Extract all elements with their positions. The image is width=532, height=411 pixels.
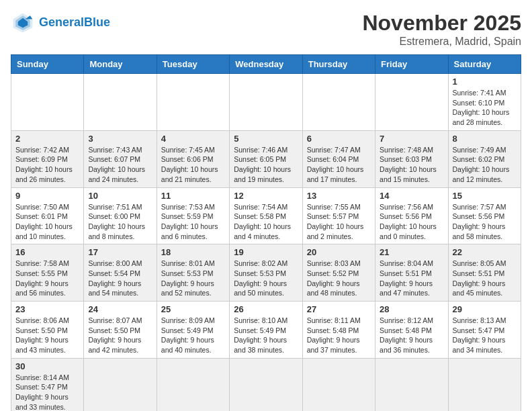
calendar-cell (302, 358, 375, 411)
calendar-week-row: 30Sunrise: 8:14 AM Sunset: 5:47 PM Dayli… (11, 358, 521, 411)
calendar-cell: 5Sunrise: 7:46 AM Sunset: 6:05 PM Daylig… (230, 130, 302, 187)
calendar-cell: 6Sunrise: 7:47 AM Sunset: 6:04 PM Daylig… (302, 130, 375, 187)
day-number: 18 (161, 247, 225, 257)
calendar-week-row: 2Sunrise: 7:42 AM Sunset: 6:09 PM Daylig… (11, 130, 521, 187)
logo-text: GeneralBlue (39, 16, 110, 30)
day-info: Sunrise: 7:51 AM Sunset: 6:00 PM Dayligh… (88, 202, 152, 242)
logo-icon (11, 11, 35, 35)
calendar-table: SundayMondayTuesdayWednesdayThursdayFrid… (11, 54, 521, 411)
day-number: 4 (161, 134, 225, 144)
day-number: 26 (234, 304, 298, 314)
calendar-cell (11, 74, 84, 131)
calendar-cell (84, 74, 157, 131)
calendar-cell (375, 74, 448, 131)
day-number: 7 (380, 134, 443, 144)
logo: GeneralBlue (11, 11, 110, 35)
calendar-cell: 8Sunrise: 7:49 AM Sunset: 6:02 PM Daylig… (448, 130, 521, 187)
day-number: 9 (15, 191, 79, 201)
day-number: 21 (380, 247, 443, 257)
calendar-cell: 20Sunrise: 8:03 AM Sunset: 5:52 PM Dayli… (302, 244, 375, 302)
calendar-cell: 26Sunrise: 8:10 AM Sunset: 5:49 PM Dayli… (230, 302, 302, 359)
day-info: Sunrise: 7:57 AM Sunset: 5:56 PM Dayligh… (453, 202, 517, 242)
day-info: Sunrise: 8:07 AM Sunset: 5:50 PM Dayligh… (88, 316, 152, 355)
calendar-cell: 13Sunrise: 7:55 AM Sunset: 5:57 PM Dayli… (302, 187, 375, 244)
weekday-header-sunday: Sunday (11, 55, 84, 74)
day-info: Sunrise: 7:43 AM Sunset: 6:07 PM Dayligh… (88, 145, 152, 185)
day-info: Sunrise: 8:06 AM Sunset: 5:50 PM Dayligh… (15, 316, 79, 355)
day-number: 29 (453, 304, 517, 314)
calendar-cell: 27Sunrise: 8:11 AM Sunset: 5:48 PM Dayli… (302, 302, 375, 359)
calendar-cell: 1Sunrise: 7:41 AM Sunset: 6:10 PM Daylig… (448, 74, 521, 131)
day-info: Sunrise: 7:47 AM Sunset: 6:04 PM Dayligh… (307, 145, 371, 185)
day-number: 1 (453, 77, 517, 87)
day-number: 11 (161, 191, 225, 201)
day-number: 24 (88, 304, 152, 314)
calendar-cell: 3Sunrise: 7:43 AM Sunset: 6:07 PM Daylig… (84, 130, 157, 187)
calendar-cell: 14Sunrise: 7:56 AM Sunset: 5:56 PM Dayli… (375, 187, 448, 244)
calendar-cell: 19Sunrise: 8:02 AM Sunset: 5:53 PM Dayli… (230, 244, 302, 302)
calendar-cell (375, 358, 448, 411)
day-number: 30 (15, 361, 79, 371)
calendar-cell: 9Sunrise: 7:50 AM Sunset: 6:01 PM Daylig… (11, 187, 84, 244)
calendar-week-row: 16Sunrise: 7:58 AM Sunset: 5:55 PM Dayli… (11, 244, 521, 302)
day-info: Sunrise: 8:12 AM Sunset: 5:48 PM Dayligh… (380, 316, 443, 355)
day-number: 22 (453, 247, 517, 257)
calendar-cell: 11Sunrise: 7:53 AM Sunset: 5:59 PM Dayli… (157, 187, 229, 244)
calendar-cell: 10Sunrise: 7:51 AM Sunset: 6:00 PM Dayli… (84, 187, 157, 244)
calendar-cell: 12Sunrise: 7:54 AM Sunset: 5:58 PM Dayli… (230, 187, 302, 244)
day-number: 27 (307, 304, 371, 314)
day-info: Sunrise: 8:14 AM Sunset: 5:47 PM Dayligh… (15, 373, 79, 411)
calendar-header-row: SundayMondayTuesdayWednesdayThursdayFrid… (11, 55, 521, 74)
weekday-header-tuesday: Tuesday (157, 55, 229, 74)
calendar-cell (84, 358, 157, 411)
calendar-cell: 22Sunrise: 8:05 AM Sunset: 5:51 PM Dayli… (448, 244, 521, 302)
calendar-cell: 15Sunrise: 7:57 AM Sunset: 5:56 PM Dayli… (448, 187, 521, 244)
day-info: Sunrise: 7:46 AM Sunset: 6:05 PM Dayligh… (234, 145, 298, 185)
title-area: November 2025 Estremera, Madrid, Spain (362, 11, 521, 48)
day-number: 23 (15, 304, 79, 314)
day-info: Sunrise: 8:05 AM Sunset: 5:51 PM Dayligh… (453, 259, 517, 298)
calendar-cell: 4Sunrise: 7:45 AM Sunset: 6:06 PM Daylig… (157, 130, 229, 187)
day-number: 20 (307, 247, 371, 257)
day-info: Sunrise: 7:56 AM Sunset: 5:56 PM Dayligh… (380, 202, 443, 242)
calendar-cell: 29Sunrise: 8:13 AM Sunset: 5:47 PM Dayli… (448, 302, 521, 359)
day-number: 14 (380, 191, 443, 201)
day-info: Sunrise: 7:49 AM Sunset: 6:02 PM Dayligh… (453, 145, 517, 185)
day-info: Sunrise: 7:50 AM Sunset: 6:01 PM Dayligh… (15, 202, 79, 242)
day-number: 13 (307, 191, 371, 201)
page-header: GeneralBlue November 2025 Estremera, Mad… (11, 11, 521, 48)
calendar-cell: 7Sunrise: 7:48 AM Sunset: 6:03 PM Daylig… (375, 130, 448, 187)
day-number: 6 (307, 134, 371, 144)
weekday-header-thursday: Thursday (302, 55, 375, 74)
calendar-cell: 30Sunrise: 8:14 AM Sunset: 5:47 PM Dayli… (11, 358, 84, 411)
day-info: Sunrise: 7:54 AM Sunset: 5:58 PM Dayligh… (234, 202, 298, 242)
day-number: 25 (161, 304, 225, 314)
calendar-cell: 28Sunrise: 8:12 AM Sunset: 5:48 PM Dayli… (375, 302, 448, 359)
calendar-cell: 2Sunrise: 7:42 AM Sunset: 6:09 PM Daylig… (11, 130, 84, 187)
day-info: Sunrise: 8:03 AM Sunset: 5:52 PM Dayligh… (307, 259, 371, 298)
day-info: Sunrise: 7:53 AM Sunset: 5:59 PM Dayligh… (161, 202, 225, 242)
day-info: Sunrise: 8:01 AM Sunset: 5:53 PM Dayligh… (161, 259, 225, 298)
day-number: 10 (88, 191, 152, 201)
day-number: 15 (453, 191, 517, 201)
calendar-cell (157, 74, 229, 131)
day-info: Sunrise: 7:48 AM Sunset: 6:03 PM Dayligh… (380, 145, 443, 185)
calendar-cell: 24Sunrise: 8:07 AM Sunset: 5:50 PM Dayli… (84, 302, 157, 359)
day-number: 3 (88, 134, 152, 144)
location-title: Estremera, Madrid, Spain (362, 36, 521, 48)
calendar-week-row: 1Sunrise: 7:41 AM Sunset: 6:10 PM Daylig… (11, 74, 521, 131)
day-info: Sunrise: 7:41 AM Sunset: 6:10 PM Dayligh… (453, 88, 517, 128)
day-number: 12 (234, 191, 298, 201)
day-number: 5 (234, 134, 298, 144)
day-info: Sunrise: 8:04 AM Sunset: 5:51 PM Dayligh… (380, 259, 443, 298)
day-info: Sunrise: 8:02 AM Sunset: 5:53 PM Dayligh… (234, 259, 298, 298)
day-number: 16 (15, 247, 79, 257)
calendar-cell: 21Sunrise: 8:04 AM Sunset: 5:51 PM Dayli… (375, 244, 448, 302)
calendar-week-row: 9Sunrise: 7:50 AM Sunset: 6:01 PM Daylig… (11, 187, 521, 244)
day-info: Sunrise: 8:00 AM Sunset: 5:54 PM Dayligh… (88, 259, 152, 298)
day-info: Sunrise: 8:09 AM Sunset: 5:49 PM Dayligh… (161, 316, 225, 355)
calendar-cell: 17Sunrise: 8:00 AM Sunset: 5:54 PM Dayli… (84, 244, 157, 302)
weekday-header-friday: Friday (375, 55, 448, 74)
calendar-cell (157, 358, 229, 411)
day-number: 8 (453, 134, 517, 144)
